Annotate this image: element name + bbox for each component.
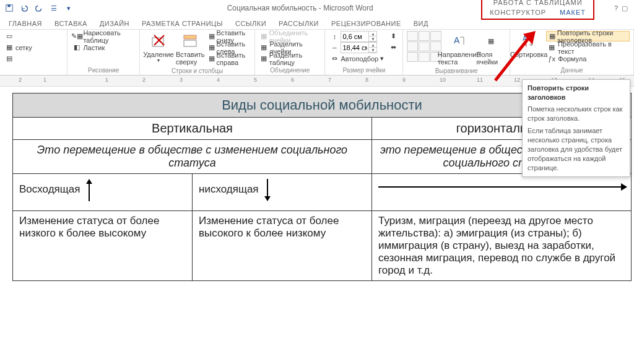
redo-icon[interactable] bbox=[32, 1, 46, 15]
width-icon: ↔ bbox=[330, 43, 339, 52]
tab-references[interactable]: ССЫЛКИ bbox=[230, 18, 271, 29]
svg-line-10 bbox=[495, 37, 529, 80]
table-tools-contextual: РАБОТА С ТАБЛИЦАМИ КОНСТРУКТОР МАКЕТ bbox=[481, 0, 594, 20]
properties-button[interactable]: ▤ bbox=[4, 53, 33, 64]
tab-page-layout[interactable]: РАЗМЕТКА СТРАНИЦЫ bbox=[137, 18, 228, 29]
distribute-cols-button[interactable]: ⬌ bbox=[388, 42, 399, 53]
help-icon[interactable]: ? bbox=[614, 4, 618, 12]
desc-vertical[interactable]: Это перемещение в обществе с изменением … bbox=[13, 140, 372, 174]
insert-below-icon: ▦ bbox=[209, 32, 215, 41]
row-height-field[interactable]: ↕▲▼ bbox=[329, 31, 385, 41]
autofit-icon: ⇔ bbox=[330, 54, 339, 63]
insert-left-icon: ▦ bbox=[209, 43, 215, 52]
undo-icon[interactable] bbox=[17, 1, 31, 15]
align-bc[interactable] bbox=[419, 52, 430, 62]
height-input[interactable] bbox=[341, 33, 368, 40]
qat-dropdown-icon[interactable]: ▾ bbox=[62, 1, 76, 15]
tab-view[interactable]: ВИД bbox=[409, 18, 433, 29]
up-arrow-icon[interactable]: ▲ bbox=[369, 43, 376, 48]
align-mr[interactable] bbox=[430, 41, 441, 51]
draw-table-button[interactable]: ✎▦Нарисовать таблицу bbox=[71, 31, 136, 41]
cell-descending[interactable]: нисходящая bbox=[193, 174, 372, 211]
eraser-icon: ◧ bbox=[72, 43, 81, 52]
align-ml[interactable] bbox=[407, 41, 418, 51]
text-direction-icon: A bbox=[450, 32, 467, 50]
select-button[interactable]: ▭ bbox=[4, 31, 33, 41]
group-draw: ✎▦Нарисовать таблицу ◧Ластик Рисование bbox=[67, 30, 140, 75]
tab-table-layout[interactable]: МАКЕТ bbox=[556, 7, 589, 17]
align-tr[interactable] bbox=[430, 31, 441, 41]
app-name: - Microsoft Word bbox=[316, 4, 373, 12]
tab-review[interactable]: РЕЦЕНЗИРОВАНИЕ bbox=[326, 18, 406, 29]
autofit-button[interactable]: ⇔Автоподбор ▾ bbox=[329, 53, 385, 64]
delete-icon bbox=[150, 32, 167, 50]
group-size-label: Размер ячейки bbox=[329, 66, 399, 74]
tooltip-p1: Пометка нескольких строк как строк загол… bbox=[528, 105, 625, 123]
tooltip-repeat-header: Повторить строки заголовков Пометка неск… bbox=[522, 79, 630, 177]
cell-ascending[interactable]: Восходящая bbox=[13, 174, 193, 211]
tab-mailings[interactable]: РАССЫЛКИ bbox=[274, 18, 324, 29]
svg-marker-15 bbox=[264, 196, 271, 201]
group-rowscols-label: Строки и столбцы bbox=[144, 67, 251, 74]
down-arrow-icon[interactable]: ▼ bbox=[369, 37, 376, 41]
group-merge-label: Объединение bbox=[259, 66, 321, 74]
tab-insert[interactable]: ВСТАВКА bbox=[50, 18, 92, 29]
label-ascending: Восходящая bbox=[19, 183, 80, 195]
arrow-up-icon bbox=[83, 178, 95, 202]
cell-detail-up[interactable]: Изменение статуса от более низкого к бол… bbox=[13, 211, 193, 281]
up-arrow-icon[interactable]: ▲ bbox=[369, 32, 376, 37]
align-tl[interactable] bbox=[407, 31, 418, 41]
align-tc[interactable] bbox=[419, 31, 430, 41]
formula-button[interactable]: ƒxФормула bbox=[546, 53, 630, 64]
align-bl[interactable] bbox=[407, 52, 418, 62]
cell-horizontal-arrow[interactable] bbox=[372, 174, 632, 211]
dist-cols-icon: ⬌ bbox=[389, 43, 397, 52]
cell-detail-horizontal[interactable]: Туризм, миграция (переезд на другое мест… bbox=[372, 211, 632, 281]
split-table-button[interactable]: ▦Разделить таблицу bbox=[259, 53, 321, 64]
label-descending: нисходящая bbox=[199, 183, 259, 195]
quick-access-toolbar: ☰ ▾ bbox=[2, 1, 76, 15]
header-vertical[interactable]: Вертикальная bbox=[13, 118, 372, 140]
height-icon: ↕ bbox=[330, 32, 339, 41]
group-draw-label: Рисование bbox=[71, 66, 136, 74]
props-icon: ▤ bbox=[5, 54, 14, 63]
tab-home[interactable]: ГЛАВНАЯ bbox=[4, 18, 47, 29]
gridlines-button[interactable]: ▦сетку bbox=[4, 42, 33, 53]
down-arrow-icon[interactable]: ▼ bbox=[369, 48, 376, 53]
window-title: Социальная мобильность - Microsoft Word bbox=[76, 4, 524, 12]
tab-table-design[interactable]: КОНСТРУКТОР bbox=[486, 7, 550, 17]
svg-rect-5 bbox=[184, 40, 196, 46]
repeat-header-icon: ▦ bbox=[549, 32, 555, 41]
align-grid bbox=[407, 31, 441, 62]
col-width-field[interactable]: ↔▲▼ bbox=[329, 42, 385, 53]
tooltip-title: Повторить строки заголовков bbox=[528, 84, 625, 102]
group-merge: ▦Объединить ячейки ▦Разделить ячейки ▦Ра… bbox=[255, 30, 325, 75]
pencil-table-icon: ✎▦ bbox=[72, 32, 81, 41]
insert-right-icon: ▦ bbox=[209, 54, 215, 63]
save-icon[interactable] bbox=[2, 1, 16, 15]
svg-text:A: A bbox=[454, 35, 460, 45]
svg-marker-13 bbox=[86, 179, 92, 184]
ribbon: ▭ ▦сетку ▤ ✎▦Нарисовать таблицу ◧Ластик … bbox=[0, 30, 634, 76]
dist-rows-icon: ⬍ bbox=[389, 32, 397, 41]
arrow-down-icon bbox=[261, 178, 274, 202]
delete-button[interactable]: Удаление▼ bbox=[144, 31, 173, 64]
tab-design[interactable]: ДИЗАЙН bbox=[95, 18, 134, 29]
group-cell-size: ↕▲▼ ↔▲▼ ⇔Автоподбор ▾ ⬍ ⬌ Размер ячейки bbox=[325, 30, 403, 75]
ribbon-options-icon[interactable]: ▢ bbox=[622, 4, 628, 12]
distribute-rows-button[interactable]: ⬍ bbox=[388, 31, 399, 41]
width-input[interactable] bbox=[341, 44, 368, 51]
annotation-arrow-icon bbox=[489, 31, 539, 84]
list-icon[interactable]: ☰ bbox=[47, 1, 61, 15]
select-icon: ▭ bbox=[5, 32, 14, 41]
align-mc[interactable] bbox=[419, 41, 430, 51]
text-direction-button[interactable]: AНаправление текста bbox=[444, 31, 474, 67]
cell-detail-down[interactable]: Изменение статуса от более высокого к бо… bbox=[193, 211, 372, 281]
convert-to-text-button[interactable]: ▦Преобразовать в текст bbox=[546, 42, 630, 53]
group-label bbox=[4, 73, 63, 74]
insert-above-button[interactable]: Вставить сверху bbox=[176, 31, 205, 67]
group-rows-cols: Удаление▼ Вставить сверху ▦Вставить сниз… bbox=[140, 30, 255, 75]
insert-right-button[interactable]: ▦Вставить справа bbox=[207, 53, 251, 64]
eraser-button[interactable]: ◧Ластик bbox=[71, 42, 136, 53]
titlebar: ☰ ▾ Социальная мобильность - Microsoft W… bbox=[0, 0, 634, 16]
